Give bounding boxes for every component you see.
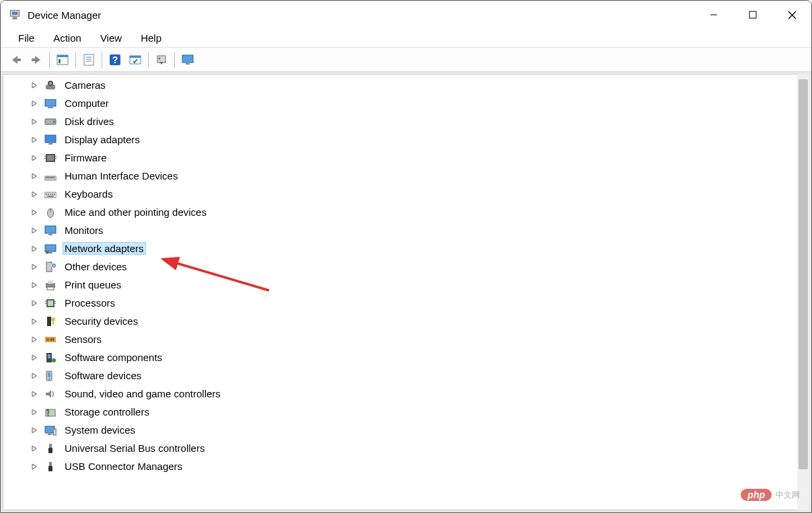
tree-item-camera[interactable]: Cameras [29, 76, 809, 94]
forward-button[interactable] [26, 50, 46, 69]
svg-rect-22 [182, 55, 193, 63]
chevron-right-icon[interactable] [29, 352, 40, 363]
menu-action[interactable]: Action [44, 30, 91, 46]
watermark-text: 中文网 [776, 489, 800, 501]
chevron-right-icon[interactable] [29, 334, 40, 345]
svg-rect-32 [48, 143, 52, 145]
tree-item-label: Storage controllers [63, 405, 151, 418]
monitor-button[interactable] [178, 50, 198, 69]
chevron-right-icon[interactable] [29, 98, 40, 109]
tree-item-printer[interactable]: Print queues [29, 276, 809, 294]
content-area: CamerasComputerDisk drivesDisplay adapte… [1, 72, 811, 512]
menu-view[interactable]: View [91, 30, 131, 46]
chevron-right-icon[interactable] [29, 443, 40, 454]
usb-icon [44, 442, 57, 455]
chevron-right-icon[interactable] [29, 370, 40, 381]
tree-item-storage[interactable]: Storage controllers [29, 403, 809, 421]
window-controls [694, 1, 811, 29]
scrollbar[interactable] [797, 74, 809, 510]
tree-item-label: Mice and other pointing devices [63, 206, 209, 219]
sound-icon [44, 388, 57, 400]
svg-rect-8 [32, 58, 36, 61]
tree-item-network[interactable]: Network adapters [29, 239, 809, 258]
tree-item-label: Software devices [63, 369, 143, 382]
chevron-right-icon[interactable] [29, 243, 40, 254]
tree-item-software-component[interactable]: Software components [29, 348, 809, 366]
tree-item-label: Computer [63, 97, 111, 110]
device-tree[interactable]: CamerasComputerDisk drivesDisplay adapte… [3, 74, 809, 510]
svg-rect-78 [50, 338, 52, 341]
chevron-right-icon[interactable] [29, 262, 40, 272]
svg-point-82 [52, 358, 56, 362]
chevron-right-icon[interactable] [29, 189, 40, 200]
watermark-badge: php [741, 489, 772, 501]
chevron-right-icon[interactable] [29, 171, 40, 182]
svg-rect-45 [52, 177, 53, 178]
chevron-right-icon[interactable] [29, 207, 40, 218]
svg-rect-52 [54, 194, 55, 195]
tree-item-software-device[interactable]: Software devices [29, 366, 809, 385]
svg-rect-20 [157, 56, 165, 63]
tree-item-computer[interactable]: Computer [29, 94, 809, 112]
chevron-right-icon[interactable] [29, 425, 40, 436]
svg-rect-35 [44, 156, 46, 157]
tree-item-monitor[interactable]: Monitors [29, 221, 809, 239]
chevron-right-icon[interactable] [29, 389, 40, 399]
tree-item-hid[interactable]: Human Interface Devices [29, 167, 809, 185]
tree-item-processor[interactable]: Processors [29, 294, 809, 312]
tree-item-sound[interactable]: Sound, video and game controllers [29, 385, 809, 403]
keyboard-icon [44, 188, 57, 200]
scan-hardware-button[interactable] [125, 50, 145, 69]
update-driver-button[interactable] [151, 50, 172, 69]
chevron-right-icon[interactable] [29, 225, 40, 236]
svg-text:?: ? [112, 54, 118, 65]
back-button[interactable] [6, 50, 26, 69]
svg-rect-59 [48, 252, 52, 253]
svg-point-60 [46, 250, 49, 253]
chevron-right-icon[interactable] [29, 134, 40, 145]
chevron-right-icon[interactable] [29, 298, 40, 309]
chevron-right-icon[interactable] [29, 316, 40, 327]
close-button[interactable] [772, 1, 811, 29]
tree-item-keyboard[interactable]: Keyboards [29, 185, 809, 203]
help-button[interactable]: ? [105, 50, 125, 69]
tree-item-label: Processors [63, 297, 117, 309]
svg-rect-43 [50, 177, 50, 178]
tree-item-label: System devices [63, 424, 137, 436]
svg-rect-49 [48, 194, 49, 195]
tree-item-sensor[interactable]: Sensors [29, 330, 809, 348]
minimize-button[interactable] [694, 1, 733, 29]
display-icon [44, 134, 57, 146]
svg-rect-61 [46, 262, 52, 272]
menu-file[interactable]: File [9, 30, 44, 46]
menubar: File Action View Help [1, 29, 811, 48]
tree-item-label: Cameras [63, 79, 108, 91]
scrollbar-thumb[interactable] [799, 79, 808, 469]
tree-item-usb-connector[interactable]: USB Connector Managers [29, 457, 809, 475]
tree-item-system[interactable]: System devices [29, 421, 809, 439]
storage-icon [44, 406, 57, 418]
toolbar-separator [49, 52, 50, 68]
chevron-right-icon[interactable] [29, 461, 40, 472]
svg-rect-2 [13, 17, 17, 19]
tree-item-usb[interactable]: Universal Serial Bus controllers [29, 439, 809, 457]
tree-item-label: USB Connector Managers [63, 460, 184, 473]
window-title: Device Manager [28, 9, 694, 21]
show-hidden-button[interactable] [52, 50, 73, 69]
menu-help[interactable]: Help [131, 30, 171, 46]
tree-item-security[interactable]: Security devices [29, 312, 809, 330]
properties-button[interactable] [79, 50, 99, 69]
tree-item-firmware[interactable]: Firmware [29, 149, 809, 167]
tree-item-display[interactable]: Display adapters [29, 130, 809, 149]
chevron-right-icon[interactable] [29, 116, 40, 127]
maximize-button[interactable] [733, 1, 772, 29]
chevron-right-icon[interactable] [29, 80, 40, 91]
svg-rect-51 [52, 194, 53, 195]
tree-item-mouse[interactable]: Mice and other pointing devices [29, 203, 809, 221]
tree-item-other[interactable]: ?Other devices [29, 258, 809, 276]
chevron-right-icon[interactable] [29, 153, 40, 163]
chevron-right-icon[interactable] [29, 280, 40, 290]
chevron-right-icon[interactable] [29, 407, 40, 418]
printer-icon [44, 279, 57, 291]
tree-item-disk[interactable]: Disk drives [29, 112, 809, 130]
